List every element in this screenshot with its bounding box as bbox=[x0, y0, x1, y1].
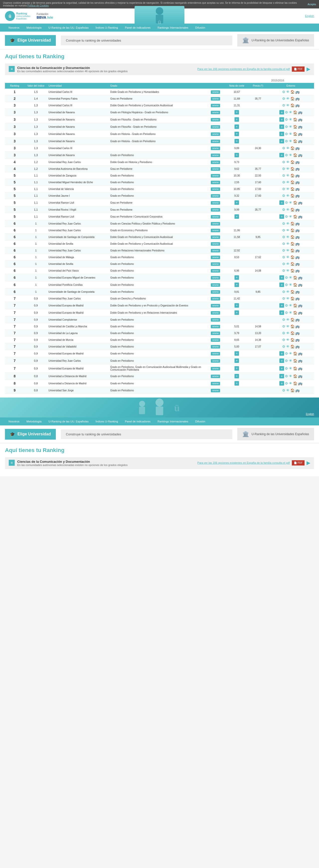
settings-icon[interactable]: ⚙ bbox=[285, 110, 288, 114]
elige-left[interactable]: 🎓 Elige Universidad bbox=[5, 35, 56, 46]
cell-www[interactable]: WWW bbox=[206, 192, 225, 199]
cell-www[interactable]: WWW bbox=[206, 337, 225, 343]
plus-button[interactable]: + bbox=[234, 110, 239, 115]
www-button[interactable]: WWW bbox=[211, 325, 220, 328]
cell-www[interactable]: WWW bbox=[206, 206, 225, 213]
transport-icon[interactable]: 🚌 bbox=[295, 187, 299, 191]
cell-www[interactable]: WWW bbox=[206, 89, 225, 95]
view-icon[interactable]: 👁 bbox=[286, 242, 290, 246]
plus-action-icon[interactable]: + bbox=[279, 214, 284, 219]
transport-icon[interactable]: 🚌 bbox=[295, 331, 299, 335]
view-icon[interactable]: 👁 bbox=[286, 103, 290, 107]
settings-icon[interactable]: ⚙ bbox=[282, 160, 285, 164]
transport-icon[interactable]: 🚌 bbox=[295, 255, 299, 259]
plus-button[interactable]: + bbox=[234, 351, 239, 356]
language-selector[interactable]: English bbox=[305, 14, 314, 18]
settings-icon[interactable]: ⚙ bbox=[285, 276, 288, 280]
www-button[interactable]: WWW bbox=[211, 215, 220, 219]
transport-icon[interactable]: 🚌 bbox=[295, 97, 299, 100]
www-button[interactable]: WWW bbox=[211, 367, 220, 370]
cell-www[interactable]: WWW bbox=[206, 267, 225, 274]
plus-button[interactable]: + bbox=[234, 310, 239, 315]
home-icon[interactable]: 🏠 bbox=[290, 103, 295, 107]
cell-www[interactable]: WWW bbox=[206, 323, 225, 330]
www-button[interactable]: WWW bbox=[211, 283, 220, 287]
home-icon[interactable]: 🏠 bbox=[293, 139, 297, 143]
www-button[interactable]: WWW bbox=[211, 332, 220, 335]
settings-icon[interactable]: ⚙ bbox=[285, 200, 288, 205]
home-icon[interactable]: 🏠 bbox=[290, 338, 295, 342]
transport-icon[interactable]: 🚌 bbox=[295, 146, 299, 150]
cell-www[interactable]: WWW bbox=[206, 350, 225, 357]
plus-action-icon[interactable]: + bbox=[279, 282, 284, 287]
transport-icon[interactable]: 🚌 bbox=[295, 208, 299, 212]
www-button[interactable]: WWW bbox=[211, 249, 220, 252]
home-icon[interactable]: 🏠 bbox=[290, 248, 295, 252]
cell-www[interactable]: WWW bbox=[206, 179, 225, 186]
cell-www[interactable]: WWW bbox=[206, 172, 225, 179]
transport-icon[interactable]: 🚌 bbox=[298, 359, 302, 363]
www-button[interactable]: WWW bbox=[211, 352, 220, 355]
settings-icon[interactable]: ⚙ bbox=[285, 283, 288, 287]
settings-icon[interactable]: ⚙ bbox=[285, 351, 288, 355]
view-icon[interactable]: 👁 bbox=[286, 208, 290, 212]
home-icon[interactable]: 🏠 bbox=[290, 324, 295, 328]
www-button[interactable]: WWW bbox=[211, 118, 220, 122]
transport-icon[interactable]: 🚌 bbox=[298, 304, 302, 307]
second-filter-pdf-btn[interactable]: 📄 PDF bbox=[292, 460, 304, 465]
plus-action-icon[interactable]: + bbox=[279, 310, 284, 315]
view-icon[interactable]: 👁 bbox=[289, 153, 292, 157]
cell-www[interactable]: WWW bbox=[206, 130, 225, 138]
view-icon[interactable]: 👁 bbox=[289, 283, 292, 287]
cell-www[interactable]: WWW bbox=[206, 199, 225, 206]
www-button[interactable]: WWW bbox=[211, 222, 220, 225]
plus-button[interactable]: + bbox=[234, 153, 239, 157]
home-icon[interactable]: 🏠 bbox=[293, 125, 297, 129]
plus-action-icon[interactable]: + bbox=[279, 351, 284, 356]
transport-icon[interactable]: 🚌 bbox=[298, 311, 302, 315]
nav-item-difusion[interactable]: Difusión bbox=[192, 24, 209, 32]
view-icon[interactable]: 👁 bbox=[286, 90, 290, 94]
www-button[interactable]: WWW bbox=[211, 236, 220, 239]
cell-www[interactable]: WWW bbox=[206, 165, 225, 172]
settings-icon[interactable]: ⚙ bbox=[285, 366, 288, 370]
home-icon[interactable]: 🏠 bbox=[293, 351, 297, 355]
transport-icon[interactable]: 🚌 bbox=[295, 344, 299, 348]
home-icon[interactable]: 🏠 bbox=[290, 221, 295, 225]
home-icon[interactable]: 🏠 bbox=[293, 276, 297, 280]
settings-icon[interactable]: ⚙ bbox=[285, 374, 288, 378]
footer-lang-selector[interactable]: English bbox=[306, 413, 314, 415]
cookie-accept-btn[interactable]: Acepto bbox=[308, 3, 316, 6]
transport-icon[interactable]: 🚌 bbox=[295, 242, 299, 246]
www-button[interactable]: WWW bbox=[211, 297, 220, 301]
www-button[interactable]: WWW bbox=[211, 304, 220, 307]
www-button[interactable]: WWW bbox=[211, 359, 220, 363]
home-icon[interactable]: 🏠 bbox=[290, 269, 295, 273]
view-icon[interactable]: 👁 bbox=[286, 338, 290, 342]
plus-action-icon[interactable]: + bbox=[279, 132, 284, 136]
view-icon[interactable]: 👁 bbox=[289, 118, 292, 122]
footer-nav-difusion[interactable]: Difusión bbox=[192, 417, 209, 426]
plus-action-icon[interactable]: + bbox=[279, 153, 284, 157]
view-icon[interactable]: 👁 bbox=[286, 194, 290, 198]
settings-icon[interactable]: ⚙ bbox=[282, 180, 285, 184]
settings-icon[interactable]: ⚙ bbox=[282, 318, 285, 321]
settings-icon[interactable]: ⚙ bbox=[285, 139, 288, 143]
cell-www[interactable]: WWW bbox=[206, 234, 225, 241]
home-icon[interactable]: 🏠 bbox=[293, 132, 297, 136]
plus-button[interactable]: + bbox=[234, 139, 239, 144]
cell-www[interactable]: WWW bbox=[206, 365, 225, 373]
transport-icon[interactable]: 🚌 bbox=[295, 297, 299, 301]
www-button[interactable]: WWW bbox=[211, 147, 220, 150]
www-button[interactable]: WWW bbox=[211, 276, 220, 280]
cell-www[interactable]: WWW bbox=[206, 274, 225, 281]
settings-icon[interactable]: ⚙ bbox=[282, 167, 285, 171]
transport-icon[interactable]: 🚌 bbox=[298, 374, 302, 378]
settings-icon[interactable]: ⚙ bbox=[282, 221, 285, 225]
nav-item-metodologia[interactable]: Metodología bbox=[23, 24, 45, 32]
home-icon[interactable]: 🏠 bbox=[290, 344, 295, 348]
cell-www[interactable]: WWW bbox=[206, 138, 225, 145]
view-icon[interactable]: 👁 bbox=[286, 187, 290, 191]
home-icon[interactable]: 🏠 bbox=[290, 194, 295, 198]
view-icon[interactable]: 👁 bbox=[286, 146, 290, 150]
